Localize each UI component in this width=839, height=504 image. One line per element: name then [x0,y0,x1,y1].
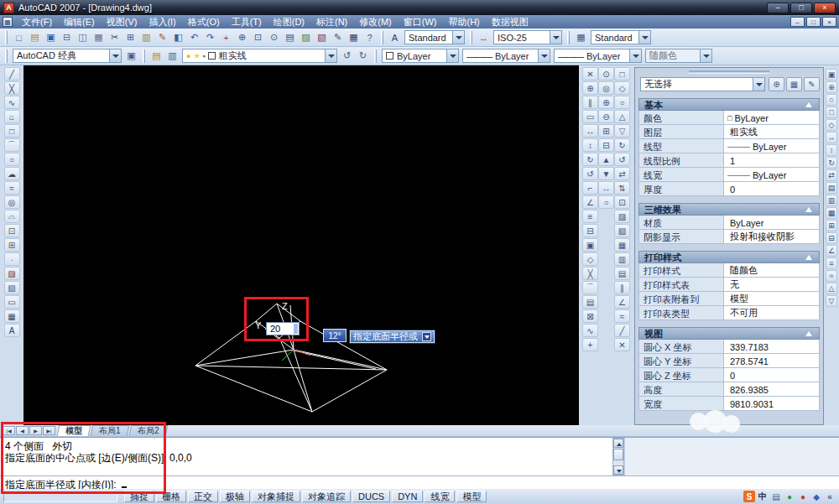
layer-previous-icon[interactable]: ↻ [355,48,371,64]
edge-tool-icon[interactable]: ⊕ [826,81,837,93]
toolbar-grip[interactable] [5,31,8,44]
draw-tool-icon[interactable]: ⊞ [4,238,20,252]
modeling-tool-icon[interactable]: ▥ [614,252,630,266]
layer-combo[interactable]: ● ☀ ▪ 粗实线 [182,49,337,63]
toolbar-button-icon[interactable]: ▦ [346,29,362,45]
menu-item[interactable]: 标注(N) [310,15,353,29]
draw-tool-icon[interactable]: ☁ [4,167,20,180]
edge-tool-icon[interactable]: ↔ [826,132,837,143]
lineweight-control-combo[interactable]: ——— ByLayer [554,49,642,63]
status-toggle-button[interactable]: 极轴 [220,491,250,502]
chevron-down-icon[interactable] [629,49,641,62]
edge-tool-icon[interactable]: ↻ [826,157,837,169]
doc-minimize-button[interactable]: – [790,17,805,27]
draw-tool-icon[interactable]: ▭ [4,295,20,309]
status-toggle-button[interactable]: 对象追踪 [302,491,351,502]
section-header[interactable]: 视图 [638,327,820,340]
toolbar-button-icon[interactable]: ⊟ [59,29,75,45]
draw-tool-icon[interactable]: ⌓ [4,210,20,223]
modify-tool-icon[interactable]: ⌒ [582,281,598,294]
toolbar-button-icon[interactable]: □ [11,29,27,45]
chevron-down-icon[interactable] [538,49,550,62]
edge-tool-icon[interactable]: ⇄ [826,169,837,181]
scroll-up-icon[interactable] [613,439,623,448]
edge-tool-icon[interactable]: ⊞ [826,220,837,231]
orbit-tool-icon[interactable]: ◎ [598,81,614,95]
draw-tool-icon[interactable]: ▨ [4,267,20,280]
dim-style-combo[interactable]: ISO-25 [493,30,562,44]
workspace-combo[interactable]: AutoCAD 经典 [13,49,122,63]
menu-item[interactable]: 文件(F) [16,15,58,29]
toolbar-button-icon[interactable]: ✎ [330,29,346,45]
edge-tool-icon[interactable]: □ [826,107,837,118]
draw-tool-icon[interactable]: □ [4,124,20,138]
property-value[interactable]: 1 [723,153,819,167]
modeling-tool-icon[interactable]: ◇ [614,81,630,95]
property-value[interactable]: ByLayer [723,216,819,229]
modeling-tool-icon[interactable]: ○ [614,96,630,109]
edge-tool-icon[interactable]: ⊟ [826,232,837,244]
edge-tool-icon[interactable]: ○ [826,94,837,106]
modify-tool-icon[interactable]: ✕ [582,67,598,81]
maximize-button[interactable]: □ [790,3,812,13]
modify-tool-icon[interactable]: ↔ [582,124,598,138]
modeling-tool-icon[interactable]: ∠ [614,295,630,309]
modify-tool-icon[interactable]: ▤ [582,295,598,309]
modeling-tool-icon[interactable]: ▦ [614,238,630,252]
edge-tool-icon[interactable]: △ [826,283,837,294]
modify-tool-icon[interactable]: ◇ [582,252,598,266]
selection-combo[interactable]: 无选择 [640,77,765,91]
modify-tool-icon[interactable]: + [582,338,598,351]
toolbar-button-icon[interactable]: ▨ [298,29,314,45]
workspace-settings-icon[interactable]: ▣ [123,48,139,64]
orbit-tool-icon[interactable]: ⊙ [598,67,614,81]
edge-tool-icon[interactable]: ◇ [826,119,837,131]
menu-item[interactable]: 格式(O) [182,15,226,29]
draw-tool-icon[interactable]: ≈ [4,181,20,195]
tray-icon[interactable]: 中 [757,491,769,502]
chevron-down-icon[interactable] [753,78,764,91]
toolbar-button-icon[interactable]: ◫ [75,29,91,45]
table-style-combo[interactable]: Standard [591,30,651,44]
orbit-tool-icon[interactable]: ⊖ [598,110,614,123]
toolbar-button-icon[interactable]: ⊡ [250,29,266,45]
chevron-down-icon[interactable] [446,49,458,62]
draw-tool-icon[interactable]: ⌒ [4,138,20,152]
toolbar-button-icon[interactable]: ↷ [202,29,218,45]
toolbar-button-icon[interactable]: ⊙ [266,29,282,45]
scroll-down-icon[interactable] [613,465,623,475]
toolbar-button-icon[interactable]: ⊕ [234,29,250,45]
section-header[interactable]: 基本 [638,98,820,111]
modeling-tool-icon[interactable]: ⇅ [614,181,630,195]
menu-item[interactable]: 绘图(D) [268,15,310,29]
orbit-tool-icon[interactable]: ↔ [598,181,614,195]
draw-tool-icon[interactable]: ▧ [4,281,20,294]
layer-freeze-icon[interactable]: ☀ [193,52,200,60]
orbit-tool-icon[interactable]: ○ [598,195,614,209]
menu-item[interactable]: 插入(I) [143,15,181,29]
command-scrollbar[interactable] [612,438,624,475]
tray-icon[interactable]: ● [797,491,809,502]
plotstyle-control-combo[interactable]: 随颜色 [645,49,712,63]
property-value[interactable]: 0 [723,182,819,195]
draw-tool-icon[interactable]: ⊡ [4,224,20,237]
toolbar-grip[interactable] [567,31,570,44]
toolbar-button-icon[interactable]: ✎ [154,29,170,45]
menu-item[interactable]: 编辑(E) [58,15,101,29]
toolbar-button-icon[interactable]: ▤ [282,29,298,45]
chevron-down-icon[interactable] [109,49,121,62]
draw-tool-icon[interactable]: ▦ [4,309,20,323]
tray-icon[interactable]: ▤ [770,491,782,502]
edge-tool-icon[interactable]: ▣ [826,69,837,81]
orbit-tool-icon[interactable]: ▼ [598,167,614,180]
section-header[interactable]: 打印样式 [638,251,820,263]
modeling-tool-icon[interactable]: ╱ [614,324,630,337]
text-style-combo[interactable]: Standard [404,30,465,44]
toolbar-grip[interactable] [374,49,377,63]
status-toggle-button[interactable]: 正交 [188,491,218,502]
modeling-tool-icon[interactable]: ⇄ [614,167,630,180]
status-toggle-button[interactable]: 线宽 [425,491,455,502]
tray-icon[interactable]: ◆ [810,491,822,502]
toolbar-button-icon[interactable]: ↶ [186,29,202,45]
table-style-icon[interactable]: ▦ [573,29,589,45]
